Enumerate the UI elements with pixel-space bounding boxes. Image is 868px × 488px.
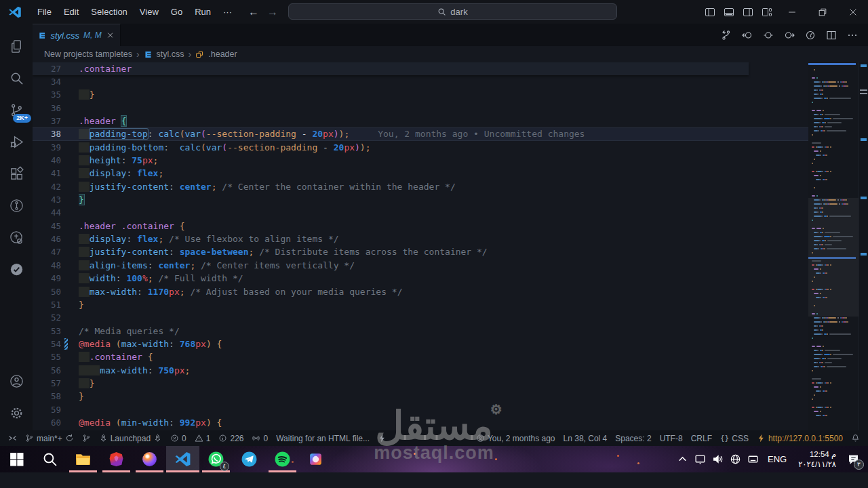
search-view-icon[interactable] — [0, 62, 33, 94]
status-broadcast[interactable]: 0 — [248, 430, 272, 446]
command-center-search[interactable]: dark — [288, 3, 617, 20]
language-indicator[interactable]: ENG — [765, 454, 789, 464]
run-debug-icon[interactable] — [0, 126, 33, 158]
status-eol[interactable]: CRLF — [687, 430, 716, 446]
status-git-blame-status[interactable]: You, 2 months ago — [472, 430, 559, 446]
code-line[interactable]: 41 display: flex; — [33, 167, 808, 180]
gitlens-inspect-icon[interactable] — [0, 222, 33, 253]
menu-[interactable]: ··· — [217, 0, 238, 24]
status-launchpad[interactable]: Launchpad — [95, 430, 166, 446]
code-line[interactable]: 59 — [33, 403, 808, 416]
status-problems-infos[interactable]: 226 — [214, 430, 248, 446]
menu-edit[interactable]: Edit — [58, 0, 85, 24]
status-remote-indicator[interactable] — [4, 430, 21, 446]
close-button[interactable] — [837, 0, 868, 24]
code-line[interactable]: 47 justify-content: space-between; /* Di… — [33, 245, 808, 258]
account-icon[interactable] — [0, 365, 33, 397]
code-line[interactable]: 38 padding-top: calc(var(--section-paddi… — [33, 127, 808, 140]
code-line[interactable]: 60@media (min-width: 992px) { — [33, 416, 808, 429]
menu-file[interactable]: File — [31, 0, 58, 24]
code-line[interactable]: 35 } — [33, 88, 808, 101]
notification-center-icon[interactable]: ٣ — [845, 451, 861, 468]
vscode[interactable] — [166, 446, 199, 472]
changes-icon[interactable] — [763, 30, 774, 41]
code-line[interactable]: 34 — [33, 75, 808, 88]
gitlens-icon[interactable] — [0, 190, 33, 222]
minimize-button[interactable] — [776, 0, 807, 24]
code-line[interactable]: 37.header { — [33, 115, 808, 127]
settings-gear-icon[interactable] — [0, 397, 33, 429]
customize-layout-icon[interactable] — [762, 7, 772, 18]
status-notifications-bell[interactable] — [847, 430, 864, 446]
file-history-icon[interactable] — [805, 30, 816, 41]
code-line[interactable]: 51} — [33, 298, 808, 311]
code-line[interactable]: 55 .container { — [33, 350, 808, 363]
code-line[interactable]: 56 max-width: 750px; — [33, 364, 808, 377]
sticky-line[interactable]: 27.container — [33, 62, 749, 75]
brave-browser[interactable] — [100, 446, 133, 472]
code-line[interactable]: 40 height: 75px; — [33, 154, 808, 167]
breadcrumb-file[interactable]: styl.css — [157, 49, 184, 59]
restore-button[interactable] — [807, 0, 837, 24]
status-cursor-position[interactable]: Ln 38, Col 4 — [559, 430, 612, 446]
menu-go[interactable]: Go — [165, 0, 189, 24]
status-problems-warnings[interactable]: 1 — [191, 430, 215, 446]
code-line[interactable]: 57 } — [33, 377, 808, 390]
status-live-reload[interactable] — [374, 430, 391, 446]
tab-close-icon[interactable] — [106, 30, 115, 40]
code-line[interactable]: 36 — [33, 102, 808, 115]
nav-back-arrow[interactable]: ← — [248, 0, 259, 24]
code-line[interactable]: 43} — [33, 193, 808, 206]
code-line[interactable]: 49 width: 100%; /* Full width */ — [33, 272, 808, 285]
code-line[interactable]: 53/* Media queries */ — [33, 325, 808, 338]
tray-chevron-up-icon[interactable] — [677, 453, 688, 465]
explorer-icon[interactable] — [0, 30, 33, 62]
overview-ruler[interactable] — [859, 62, 868, 430]
more-actions-icon[interactable] — [847, 30, 858, 41]
next-change-icon[interactable] — [784, 30, 795, 41]
status-encoding[interactable]: UTF-8 — [656, 430, 687, 446]
menu-selection[interactable]: Selection — [85, 0, 133, 24]
code-line[interactable]: 42 justify-content: center; /* Center th… — [33, 180, 808, 193]
code-line[interactable]: 54@media (max-width: 768px) { — [33, 338, 808, 350]
volume-icon[interactable] — [712, 453, 724, 465]
whatsapp[interactable]: ٤ — [199, 446, 233, 472]
breadcrumb-folder[interactable]: New projects tampletes — [44, 49, 132, 59]
status-live-server-url[interactable]: http://127.0.0.1:5500 — [753, 430, 847, 446]
clock[interactable]: 12:54 م ٢٠٢٤/١١/٢٨ — [795, 449, 839, 469]
network-globe-icon[interactable] — [730, 453, 741, 465]
firefox-browser[interactable] — [133, 446, 166, 472]
search-button[interactable] — [33, 446, 66, 472]
spotify[interactable] — [266, 446, 299, 472]
tab-styl-css[interactable]: styl.css M, M — [33, 24, 121, 46]
status-language-mode[interactable]: {}CSS — [716, 430, 753, 446]
sticky-scroll-line[interactable]: 27.container — [33, 62, 749, 75]
toggle-secondary-sidebar-icon[interactable] — [743, 7, 753, 18]
toggle-sidebar-icon[interactable] — [705, 7, 715, 18]
cast-display-icon[interactable] — [694, 453, 706, 465]
extensions-icon[interactable] — [0, 158, 33, 190]
nav-forward-arrow[interactable]: → — [267, 0, 278, 24]
menu-run[interactable]: Run — [189, 0, 217, 24]
code-line[interactable]: 48 align-items: center; /* Center items … — [33, 259, 808, 272]
code-line[interactable]: 58} — [33, 390, 808, 403]
source-control-icon[interactable]: 2K+ — [0, 94, 33, 126]
status-indentation[interactable]: Spaces: 2 — [611, 430, 655, 446]
toggle-panel-icon[interactable] — [724, 7, 734, 18]
copilot[interactable] — [299, 446, 332, 472]
status-git-branch[interactable]: main*+ — [21, 430, 78, 446]
code-line[interactable]: 45.header .container { — [33, 220, 808, 232]
check-circle-icon[interactable] — [0, 253, 33, 285]
commit-graph-icon[interactable] — [721, 30, 732, 41]
code-line[interactable]: 44 — [33, 206, 808, 219]
menu-view[interactable]: View — [134, 0, 165, 24]
start-button[interactable] — [0, 446, 33, 472]
code-line[interactable]: 52 — [33, 311, 808, 324]
status-status-message[interactable]: Waiting for an HTML file... — [272, 430, 374, 446]
breadcrumb-symbol[interactable]: .header — [208, 49, 237, 59]
split-editor-icon[interactable] — [826, 30, 837, 41]
previous-change-icon[interactable] — [742, 30, 753, 41]
status-problems-errors[interactable]: 0 — [166, 430, 191, 446]
touch-keyboard-icon[interactable] — [747, 453, 759, 465]
file-explorer[interactable] — [66, 446, 100, 472]
